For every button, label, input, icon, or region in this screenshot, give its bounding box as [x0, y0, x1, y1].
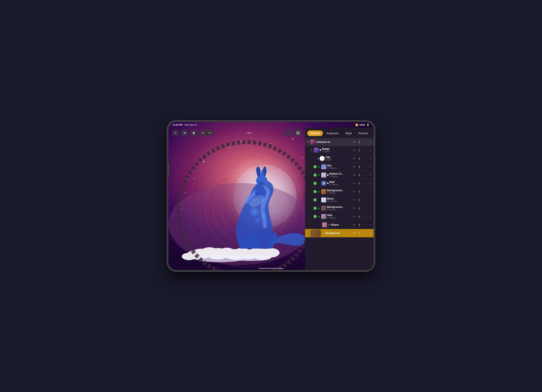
badge-visibility-btn[interactable]: 👁: [352, 148, 357, 153]
moon-sub: 19 Objects: [327, 200, 351, 202]
artboard-name: Artboard #1: [316, 141, 351, 143]
ellipse-lock-btn[interactable]: 🔒: [357, 222, 362, 227]
artboard-more-btn[interactable]: ···: [362, 140, 367, 145]
clip-more-btn[interactable]: ···: [362, 156, 367, 161]
background2-menu-btn[interactable]: ≡: [368, 206, 373, 211]
background-more-btn[interactable]: ···: [362, 231, 367, 236]
sky-more-btn[interactable]: ···: [362, 164, 367, 169]
redo-button[interactable]: ↪: [208, 131, 211, 135]
ellipse-actions: 👁 🔒 ··· ≡: [352, 222, 373, 227]
artboard-lock-btn[interactable]: 🔒: [357, 140, 362, 145]
tab-objects[interactable]: Objects: [307, 130, 323, 136]
background1-menu-btn[interactable]: ≡: [368, 189, 373, 194]
background-lock-btn[interactable]: 🔒: [357, 231, 362, 236]
svg-text:✦: ✦: [185, 192, 186, 194]
bottom-visibility-btn[interactable]: 👁: [352, 173, 357, 178]
status-time: 11:25 PM: [173, 124, 183, 126]
badge-menu-btn[interactable]: ≡: [368, 148, 373, 153]
layer-row-badge[interactable]: ▼ Badge 9 Objects 👁 🔒 ··· ≡: [305, 146, 374, 154]
layer-row-clip[interactable]: ● Clip Ellipse 👁 🔒 ··· ≡: [305, 154, 374, 163]
background1-actions: 👁 🔒 ··· ≡: [352, 189, 373, 194]
add-button[interactable]: +: [172, 129, 179, 137]
background1-visibility-btn[interactable]: 👁: [352, 189, 357, 194]
sky-sub: 91 Objects: [327, 167, 351, 169]
badge-more-btn[interactable]: ···: [362, 148, 367, 153]
layer-row-background1[interactable]: + ▶ Background... 2 Objects 👁 🔒 ··· ≡: [305, 187, 374, 196]
right-panel: Objects Inspector Style Presets ▼ Artboa…: [305, 128, 374, 270]
ellipse-menu-btn[interactable]: ≡: [368, 222, 373, 227]
artboard-visibility-btn[interactable]: 👁: [352, 140, 357, 145]
background1-name: Background...: [327, 189, 351, 192]
wolf-expand-btn[interactable]: +: [313, 182, 317, 185]
duplicate-button[interactable]: ⧉: [181, 129, 188, 137]
layer-row-artboard[interactable]: ▼ Artboard #1 👁 🔒 ··· ≡: [305, 138, 374, 146]
wolf-lock-btn[interactable]: 🔒: [357, 181, 362, 186]
background2-chevron: ▶: [318, 207, 320, 209]
artboard-menu-btn[interactable]: ≡: [368, 140, 373, 145]
sky-expand-btn[interactable]: +: [313, 165, 317, 168]
delete-button[interactable]: 🗑: [190, 129, 197, 137]
moon-visibility-btn[interactable]: 👁: [352, 197, 357, 202]
background-menu-btn[interactable]: ≡: [368, 231, 373, 236]
clip-menu-btn[interactable]: ≡: [368, 156, 373, 161]
undo-button[interactable]: ↩: [202, 131, 205, 135]
toolbar-left: + ⧉ 🗑 ↩ ↪: [172, 129, 214, 137]
hills-more-btn[interactable]: ···: [362, 214, 367, 219]
hills-visibility-btn[interactable]: 👁: [352, 214, 357, 219]
background2-more-btn[interactable]: ···: [362, 206, 367, 211]
clip-lock-btn[interactable]: 🔒: [357, 156, 362, 161]
layer-row-background-selected[interactable]: ✦ Background 👁 🔒 ··· ≡: [305, 229, 374, 237]
background2-expand-btn[interactable]: +: [313, 207, 317, 210]
toolbar-center: [214, 132, 285, 133]
sky-name: Sky: [327, 164, 351, 167]
more-options-button[interactable]: ···: [285, 129, 292, 137]
bottom-more-btn[interactable]: ···: [362, 173, 367, 178]
background2-lock-btn[interactable]: 🔒: [357, 206, 362, 211]
layer-row-background2[interactable]: + ▶ Background... 5 Objects 👁 🔒 ··· ≡: [305, 204, 374, 212]
moon-lock-btn[interactable]: 🔒: [357, 197, 362, 202]
tab-inspector[interactable]: Inspector: [324, 130, 342, 136]
sky-lock-btn[interactable]: 🔒: [357, 164, 362, 169]
hills-menu-btn[interactable]: ≡: [368, 214, 373, 219]
moon-more-btn[interactable]: ···: [362, 197, 367, 202]
hills-info: Hills 4 Objects: [327, 214, 351, 219]
ellipse-more-btn[interactable]: ···: [362, 222, 367, 227]
layer-row-sky[interactable]: + ▶ Sky 91 Objects 👁 🔒 ··· ≡: [305, 163, 374, 171]
clip-visibility-btn[interactable]: 👁: [352, 156, 357, 161]
bottom-menu-btn[interactable]: ≡: [368, 173, 373, 178]
layer-row-bottom-cl[interactable]: + ▶ Bottom Cl... 2 Objects 👁 🔒 ··· ≡: [305, 171, 374, 179]
sky-visibility-btn[interactable]: 👁: [352, 164, 357, 169]
background2-sub: 5 Objects: [327, 208, 351, 211]
wolf-visibility-btn[interactable]: 👁: [352, 181, 357, 186]
wolf-more-btn[interactable]: ···: [362, 181, 367, 186]
layer-row-moon[interactable]: + Moon 19 Objects 👁 🔒 ··· ≡: [305, 196, 374, 204]
sky-menu-btn[interactable]: ≡: [368, 164, 373, 169]
layer-row-ellipse[interactable]: ✦ Ellipse 👁 🔒 ··· ≡: [305, 221, 374, 229]
layer-row-hills[interactable]: + ▶ Hills 4 Objects 👁 🔒 ··· ≡: [305, 212, 374, 221]
tab-presets[interactable]: Presets: [356, 130, 371, 136]
moon-expand-btn[interactable]: +: [313, 198, 317, 201]
layer-row-wolf[interactable]: + 🐺 Wolf 6 Objects 👁 🔒 ··· ≡: [305, 179, 374, 187]
badge-lock-btn[interactable]: 🔒: [357, 148, 362, 153]
background2-thumbnail: [321, 206, 326, 211]
bottom-lock-btn[interactable]: 🔒: [357, 173, 362, 178]
bottom-expand-btn[interactable]: +: [313, 173, 317, 177]
moon-actions: 👁 🔒 ··· ≡: [352, 197, 373, 202]
background1-more-btn[interactable]: ···: [362, 189, 367, 194]
badge-sub: 9 Objects: [322, 150, 351, 153]
page-indicator: [246, 132, 252, 133]
svg-point-41: [182, 253, 196, 260]
hills-expand-btn[interactable]: +: [313, 215, 317, 218]
hills-lock-btn[interactable]: 🔒: [357, 214, 362, 219]
moon-info: Moon 19 Objects: [327, 197, 351, 202]
panel-toggle-button[interactable]: [294, 129, 302, 137]
background-star-icon: ✦: [323, 232, 325, 235]
background1-lock-btn[interactable]: 🔒: [357, 189, 362, 194]
ellipse-visibility-btn[interactable]: 👁: [352, 222, 357, 227]
background2-visibility-btn[interactable]: 👁: [352, 206, 357, 211]
tab-style[interactable]: Style: [342, 130, 355, 136]
background1-expand-btn[interactable]: +: [313, 190, 317, 193]
background-visibility-btn[interactable]: 👁: [352, 231, 357, 236]
wolf-menu-btn[interactable]: ≡: [368, 181, 373, 186]
moon-menu-btn[interactable]: ≡: [368, 197, 373, 202]
